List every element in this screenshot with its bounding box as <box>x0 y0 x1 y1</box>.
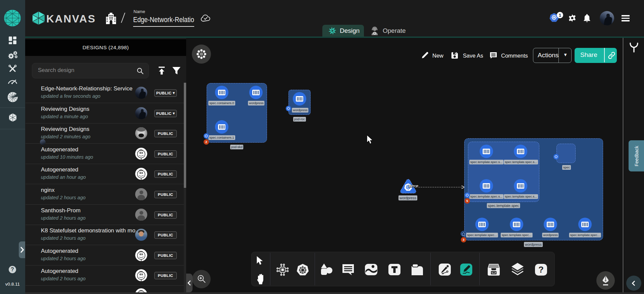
svg-text:?: ? <box>538 265 544 275</box>
svg-text:1: 1 <box>559 13 561 18</box>
